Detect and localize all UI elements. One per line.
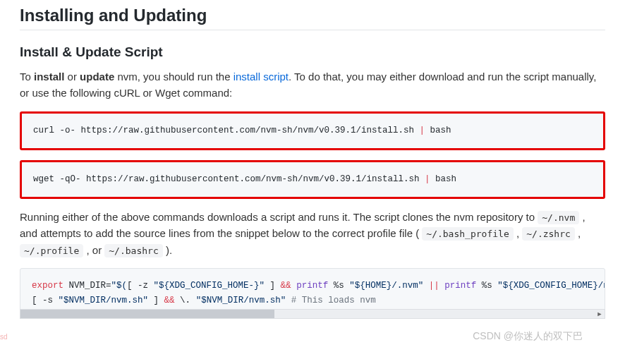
- path-profile: ~/.profile: [20, 244, 83, 257]
- install-script-link[interactable]: install script: [233, 71, 289, 83]
- path-zshrc: ~/.zshrc: [522, 227, 575, 241]
- path-bashrc: ~/.bashrc: [104, 244, 162, 257]
- scroll-right-icon[interactable]: ►: [595, 310, 605, 318]
- bold-update: update: [80, 71, 114, 83]
- curl-command-block: curl -o- https://raw.githubusercontent.c…: [20, 111, 605, 150]
- intro-paragraph: To install or update nvm, you should run…: [20, 68, 605, 102]
- subsection-heading: Install & Update Script: [20, 44, 605, 60]
- wget-command-block: wget -qO- https://raw.githubusercontent.…: [20, 160, 605, 199]
- path-nvm: ~/.nvm: [538, 211, 579, 224]
- path-bash-profile: ~/.bash_profile: [422, 227, 513, 241]
- bold-install: install: [34, 71, 64, 83]
- scroll-thumb[interactable]: [20, 310, 274, 318]
- horizontal-scrollbar[interactable]: ◄ ►: [20, 309, 605, 319]
- section-heading: Installing and Updating: [20, 6, 605, 30]
- explanation-paragraph: Running either of the above commands dow…: [20, 209, 605, 258]
